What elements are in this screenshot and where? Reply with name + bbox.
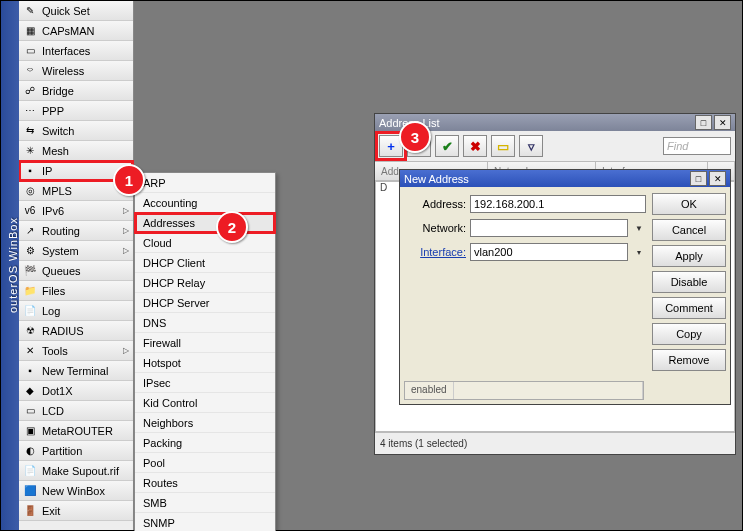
sidebar-item-exit[interactable]: 🚪Exit: [19, 501, 133, 521]
submenu-item-snmp[interactable]: SNMP: [135, 513, 275, 531]
submenu-item-dns[interactable]: DNS: [135, 313, 275, 333]
sidebar-item-label: New Terminal: [42, 365, 108, 377]
comment-button[interactable]: Comment: [652, 297, 726, 319]
sidebar-item-system[interactable]: ⚙System▷: [19, 241, 133, 261]
submenu-item-smb[interactable]: SMB: [135, 493, 275, 513]
sidebar-item-metarouter[interactable]: ▣MetaROUTER: [19, 421, 133, 441]
minimize-button[interactable]: □: [690, 171, 707, 186]
sidebar-item-label: Wireless: [42, 65, 84, 77]
menu-icon: ☢: [23, 324, 37, 338]
menu-icon: 🚪: [23, 504, 37, 518]
submenu-item-dhcp-client[interactable]: DHCP Client: [135, 253, 275, 273]
sidebar-item-label: Make Supout.rif: [42, 465, 119, 477]
menu-icon: ✎: [23, 4, 37, 18]
menu-icon: ⋯: [23, 104, 37, 118]
sidebar-item-partition[interactable]: ◐Partition: [19, 441, 133, 461]
sidebar-item-files[interactable]: 📁Files: [19, 281, 133, 301]
dialog-buttons: OKCancelApplyDisableCommentCopyRemove: [652, 189, 726, 402]
sidebar-item-switch[interactable]: ⇆Switch: [19, 121, 133, 141]
menu-icon: ▪: [23, 164, 37, 178]
enabled-label: enabled: [405, 382, 454, 399]
remove-button[interactable]: Remove: [652, 349, 726, 371]
menu-icon: ☍: [23, 84, 37, 98]
sidebar-item-label: PPP: [42, 105, 64, 117]
minimize-button[interactable]: □: [695, 115, 712, 130]
sidebar-item-lcd[interactable]: ▭LCD: [19, 401, 133, 421]
address-input[interactable]: 192.168.200.1: [470, 195, 646, 213]
comment-button[interactable]: ▭: [491, 135, 515, 157]
cancel-button[interactable]: Cancel: [652, 219, 726, 241]
sidebar-item-routing[interactable]: ↗Routing▷: [19, 221, 133, 241]
new-address-titlebar[interactable]: New Address □ ✕: [400, 170, 730, 187]
sidebar-item-log[interactable]: 📄Log: [19, 301, 133, 321]
sidebar-item-interfaces[interactable]: ▭Interfaces: [19, 41, 133, 61]
menu-icon: 📄: [23, 464, 37, 478]
ok-button[interactable]: OK: [652, 193, 726, 215]
menu-icon: ▣: [23, 424, 37, 438]
close-button[interactable]: ✕: [714, 115, 731, 130]
copy-button[interactable]: Copy: [652, 323, 726, 345]
interface-input[interactable]: vlan200: [470, 243, 628, 261]
menu-icon: ⌔: [23, 64, 37, 78]
enable-button[interactable]: ✔: [435, 135, 459, 157]
submenu-item-accounting[interactable]: Accounting: [135, 193, 275, 213]
submenu-item-ipsec[interactable]: IPsec: [135, 373, 275, 393]
sidebar-item-ppp[interactable]: ⋯PPP: [19, 101, 133, 121]
menu-icon: v6: [23, 204, 37, 218]
find-input[interactable]: Find: [663, 137, 731, 155]
submenu-item-cloud[interactable]: Cloud: [135, 233, 275, 253]
menu-icon: ▪: [23, 364, 37, 378]
sidebar-item-new-winbox[interactable]: 🟦New WinBox: [19, 481, 133, 501]
sidebar-item-tools[interactable]: ✕Tools▷: [19, 341, 133, 361]
menu-icon: ✳: [23, 144, 37, 158]
submenu-arrow-icon: ▷: [123, 206, 129, 215]
sidebar-item-label: Log: [42, 305, 60, 317]
submenu-item-kid-control[interactable]: Kid Control: [135, 393, 275, 413]
menu-icon: ▭: [23, 404, 37, 418]
submenu-item-routes[interactable]: Routes: [135, 473, 275, 493]
sidebar-item-label: Tools: [42, 345, 68, 357]
sidebar-item-make-supout-rif[interactable]: 📄Make Supout.rif: [19, 461, 133, 481]
submenu-item-hotspot[interactable]: Hotspot: [135, 353, 275, 373]
disable-button[interactable]: ✖: [463, 135, 487, 157]
filter-button[interactable]: ▿: [519, 135, 543, 157]
apply-button[interactable]: Apply: [652, 245, 726, 267]
submenu-item-dhcp-relay[interactable]: DHCP Relay: [135, 273, 275, 293]
sidebar-item-label: Exit: [42, 505, 60, 517]
sidebar-item-new-terminal[interactable]: ▪New Terminal: [19, 361, 133, 381]
submenu-item-neighbors[interactable]: Neighbors: [135, 413, 275, 433]
new-address-title: New Address: [404, 173, 469, 185]
menu-icon: ▦: [23, 24, 37, 38]
sidebar-item-mesh[interactable]: ✳Mesh: [19, 141, 133, 161]
submenu-arrow-icon: ▷: [123, 226, 129, 235]
interface-dropdown-icon[interactable]: ▾: [632, 244, 646, 260]
app-title-bar: outerOS WinBox: [1, 1, 19, 530]
sidebar-item-queues[interactable]: 🏁Queues: [19, 261, 133, 281]
sidebar-item-label: Quick Set: [42, 5, 90, 17]
sidebar-item-radius[interactable]: ☢RADIUS: [19, 321, 133, 341]
sidebar-item-dot1x[interactable]: ◆Dot1X: [19, 381, 133, 401]
address-list-status: 4 items (1 selected): [375, 432, 735, 454]
sidebar-item-label: Partition: [42, 445, 82, 457]
network-input[interactable]: [470, 219, 628, 237]
submenu-item-addresses[interactable]: Addresses: [135, 213, 275, 233]
submenu-item-firewall[interactable]: Firewall: [135, 333, 275, 353]
sidebar-item-capsman[interactable]: ▦CAPsMAN: [19, 21, 133, 41]
submenu-item-dhcp-server[interactable]: DHCP Server: [135, 293, 275, 313]
close-button[interactable]: ✕: [709, 171, 726, 186]
sidebar-item-quick-set[interactable]: ✎Quick Set: [19, 1, 133, 21]
sidebar-item-wireless[interactable]: ⌔Wireless: [19, 61, 133, 81]
submenu-item-packing[interactable]: Packing: [135, 433, 275, 453]
menu-icon: ▭: [23, 44, 37, 58]
submenu-item-arp[interactable]: ARP: [135, 173, 275, 193]
network-label: Network:: [404, 222, 466, 234]
network-dropdown-icon[interactable]: ▼: [632, 220, 646, 236]
disable-button[interactable]: Disable: [652, 271, 726, 293]
sidebar-item-ipv6[interactable]: v6IPv6▷: [19, 201, 133, 221]
submenu-arrow-icon: ▷: [123, 246, 129, 255]
address-label: Address:: [404, 198, 466, 210]
sidebar-item-label: System: [42, 245, 79, 257]
submenu-item-pool[interactable]: Pool: [135, 453, 275, 473]
sidebar-item-bridge[interactable]: ☍Bridge: [19, 81, 133, 101]
interface-label[interactable]: Interface:: [404, 246, 466, 258]
